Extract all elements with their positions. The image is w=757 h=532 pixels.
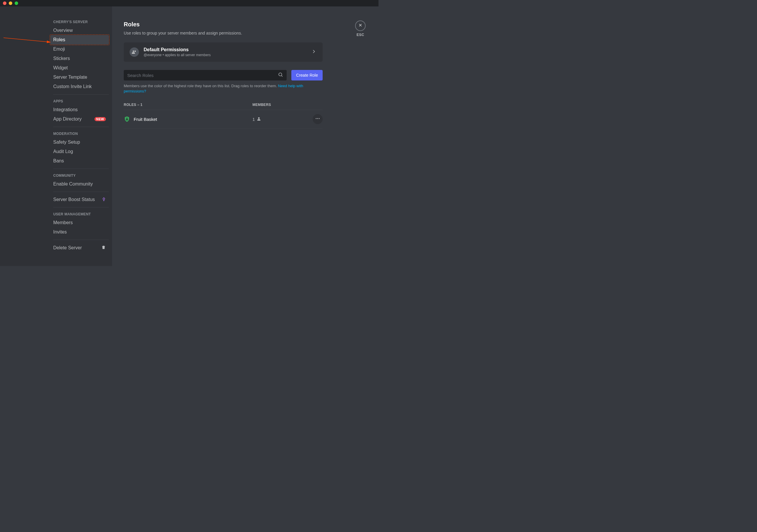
divider [53, 192, 109, 192]
page-subtitle: Use roles to group your server members a… [124, 31, 323, 35]
sidebar-item-label: Widget [53, 65, 68, 71]
roles-count-header: ROLES – 1 [124, 103, 253, 107]
server-section-header: CHERRY'S SERVER [53, 18, 109, 26]
sidebar-item-bans[interactable]: Bans [50, 156, 109, 166]
sidebar-item-app-directory[interactable]: App Directory NEW [50, 114, 109, 124]
sidebar-item-label: Emoji [53, 47, 65, 52]
svg-point-4 [316, 118, 317, 119]
person-icon [257, 116, 261, 122]
sidebar-item-integrations[interactable]: Integrations [50, 105, 109, 114]
moderation-section-header: MODERATION [53, 130, 109, 138]
helper-text: Members use the color of the highest rol… [124, 83, 323, 94]
sidebar-item-label: Roles [53, 37, 65, 43]
divider [53, 127, 109, 127]
search-icon [278, 72, 283, 78]
sidebar-item-custom-invite-link[interactable]: Custom Invite Link [50, 82, 109, 91]
window-close-light[interactable] [3, 1, 7, 5]
sidebar-item-delete-server[interactable]: Delete Server [50, 243, 109, 253]
sidebar-item-audit-log[interactable]: Audit Log [50, 147, 109, 156]
helper-text-body: Members use the color of the highest rol… [124, 84, 278, 88]
sidebar-item-safety-setup[interactable]: Safety Setup [50, 138, 109, 147]
search-roles-input[interactable] [127, 73, 278, 78]
role-name: Fruit Basket [134, 117, 157, 122]
sidebar-item-label: Enable Community [53, 181, 93, 187]
sidebar-item-label: Stickers [53, 56, 70, 61]
chevron-right-icon [311, 48, 317, 56]
svg-line-1 [282, 76, 283, 77]
divider [53, 169, 109, 169]
sidebar-item-emoji[interactable]: Emoji [50, 45, 109, 54]
divider [53, 207, 109, 207]
sidebar-item-widget[interactable]: Widget [50, 63, 109, 73]
svg-point-0 [279, 73, 282, 76]
close-settings-button[interactable] [355, 20, 366, 31]
esc-label: ESC [356, 33, 364, 37]
sidebar-item-label: Delete Server [53, 245, 82, 250]
sidebar-item-label: Overview [53, 28, 73, 33]
sidebar-item-label: Server Boost Status [53, 197, 95, 202]
boost-gem-icon [102, 197, 106, 202]
window-minimize-light[interactable] [9, 1, 12, 5]
close-settings-region: ESC [355, 20, 366, 37]
window-zoom-light[interactable] [15, 1, 18, 5]
sidebar-item-server-template[interactable]: Server Template [50, 73, 109, 82]
default-permissions-card[interactable]: Default Permissions @everyone • applies … [124, 43, 323, 62]
everyone-icon [130, 47, 139, 57]
roles-table-header: ROLES – 1 MEMBERS [124, 103, 323, 110]
members-column-header: MEMBERS [253, 103, 305, 107]
svg-point-6 [319, 118, 320, 119]
role-members-cell: 1 [253, 116, 305, 122]
svg-point-2 [126, 118, 128, 119]
sidebar-item-label: Integrations [53, 107, 78, 112]
sidebar-item-invites[interactable]: Invites [50, 227, 109, 237]
sidebar-item-label: Custom Invite Link [53, 84, 92, 89]
create-role-button[interactable]: Create Role [291, 70, 323, 80]
community-section-header: COMMUNITY [53, 172, 109, 179]
svg-point-3 [258, 117, 260, 119]
page-title: Roles [124, 21, 323, 28]
ellipsis-icon [315, 116, 320, 122]
sidebar-item-server-boost-status[interactable]: Server Boost Status [50, 195, 109, 204]
role-member-count: 1 [253, 117, 255, 122]
sidebar-item-label: Invites [53, 230, 67, 235]
sidebar-item-label: Audit Log [53, 149, 73, 154]
sidebar-item-stickers[interactable]: Stickers [50, 54, 109, 63]
role-shield-icon [124, 116, 130, 122]
sidebar-item-label: Members [53, 220, 73, 225]
close-icon [358, 23, 363, 29]
sidebar-item-label: Safety Setup [53, 140, 80, 145]
sidebar-item-members[interactable]: Members [50, 218, 109, 227]
role-more-button[interactable] [313, 114, 323, 124]
default-permissions-subtitle: @everyone • applies to all server member… [144, 53, 306, 57]
sidebar-item-overview[interactable]: Overview [50, 26, 109, 35]
settings-content: Roles Use roles to group your server mem… [112, 7, 378, 266]
settings-sidebar: CHERRY'S SERVER Overview Roles Emoji Sti… [0, 7, 112, 266]
window-titlebar [0, 0, 378, 7]
divider [53, 94, 109, 95]
user-mgmt-section-header: USER MANAGEMENT [53, 210, 109, 218]
new-badge: NEW [95, 117, 106, 121]
sidebar-item-enable-community[interactable]: Enable Community [50, 179, 109, 189]
sidebar-item-label: Server Template [53, 75, 87, 80]
sidebar-item-label: Bans [53, 158, 64, 164]
apps-section-header: APPS [53, 97, 109, 105]
svg-point-5 [318, 118, 318, 119]
trash-icon [101, 245, 106, 251]
sidebar-item-roles[interactable]: Roles [50, 35, 109, 45]
role-row[interactable]: Fruit Basket 1 [124, 110, 323, 128]
search-roles-box[interactable] [124, 70, 287, 80]
divider [53, 240, 109, 240]
sidebar-item-label: App Directory [53, 116, 82, 122]
default-permissions-title: Default Permissions [144, 47, 306, 52]
